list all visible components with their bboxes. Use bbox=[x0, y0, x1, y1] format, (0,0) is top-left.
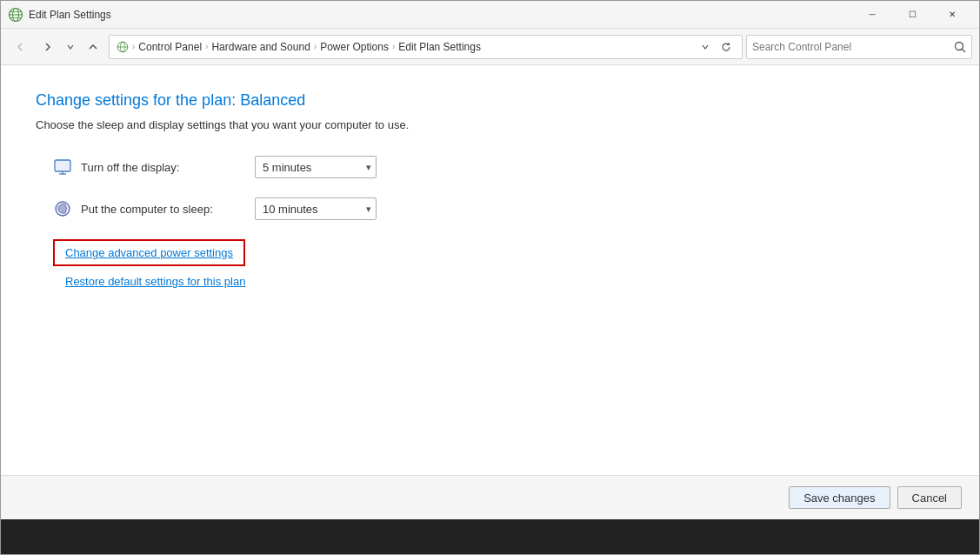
breadcrumb-dropdown-icon bbox=[702, 43, 709, 50]
back-button[interactable] bbox=[8, 35, 32, 59]
taskbar-bottom bbox=[1, 519, 979, 554]
breadcrumb-separator-1: › bbox=[205, 42, 208, 51]
forward-button[interactable] bbox=[36, 35, 60, 59]
breadcrumb-arrow-area bbox=[697, 38, 735, 56]
svg-point-8 bbox=[956, 42, 963, 50]
change-advanced-settings-link[interactable]: Change advanced power settings bbox=[53, 239, 245, 266]
sleep-dropdown[interactable]: 10 minutes 1 minute 2 minutes 3 minutes … bbox=[255, 197, 377, 220]
breadcrumb-dropdown-button[interactable] bbox=[697, 38, 714, 56]
title-bar: Edit Plan Settings ─ ☐ ✕ bbox=[1, 1, 979, 29]
breadcrumb-control-panel[interactable]: Control Panel bbox=[138, 41, 202, 53]
search-icon bbox=[954, 41, 966, 53]
window-title: Edit Plan Settings bbox=[29, 9, 111, 21]
footer: Save changes Cancel bbox=[1, 475, 979, 519]
sleep-label: Put the computer to sleep: bbox=[81, 203, 255, 216]
breadcrumb-separator-3: › bbox=[392, 42, 395, 51]
sleep-setting-row: Put the computer to sleep: 10 minutes 1 … bbox=[36, 197, 944, 220]
sleep-icon bbox=[53, 199, 72, 218]
breadcrumb-edit-plan: Edit Plan Settings bbox=[398, 41, 481, 53]
breadcrumb-globe-icon bbox=[117, 41, 129, 53]
display-label: Turn off the display: bbox=[81, 161, 255, 174]
refresh-button[interactable] bbox=[717, 38, 735, 56]
display-icon bbox=[53, 157, 72, 177]
monitor-icon bbox=[54, 159, 71, 175]
plan-subtitle: Choose the sleep and display settings th… bbox=[36, 118, 944, 131]
display-dropdown[interactable]: 5 minutes 1 minute 2 minutes 3 minutes 1… bbox=[255, 156, 377, 178]
search-bar bbox=[746, 35, 972, 59]
display-dropdown-wrapper: 5 minutes 1 minute 2 minutes 3 minutes 1… bbox=[255, 156, 377, 178]
up-icon bbox=[88, 42, 98, 52]
close-button[interactable]: ✕ bbox=[932, 1, 972, 29]
back-icon bbox=[16, 42, 24, 52]
minimize-button[interactable]: ─ bbox=[852, 1, 892, 29]
svg-rect-10 bbox=[55, 160, 70, 171]
search-button[interactable] bbox=[954, 41, 966, 53]
forward-icon bbox=[43, 42, 52, 52]
restore-defaults-link[interactable]: Restore default settings for this plan bbox=[53, 275, 944, 288]
cancel-button[interactable]: Cancel bbox=[897, 486, 962, 509]
moon-icon bbox=[54, 200, 71, 217]
sleep-dropdown-wrapper: 10 minutes 1 minute 2 minutes 3 minutes … bbox=[255, 197, 377, 220]
main-content: Change settings for the plan: Balanced C… bbox=[1, 65, 979, 475]
links-section: Change advanced power settings Restore d… bbox=[36, 239, 944, 288]
dropdown-recent-button[interactable] bbox=[63, 35, 77, 59]
window: Edit Plan Settings ─ ☐ ✕ bbox=[0, 0, 980, 555]
breadcrumb-separator-2: › bbox=[314, 42, 317, 51]
breadcrumb-separator-0: › bbox=[132, 42, 135, 51]
search-input[interactable] bbox=[752, 41, 950, 53]
breadcrumb-power-options[interactable]: Power Options bbox=[320, 41, 389, 53]
breadcrumb-bar: › Control Panel › Hardware and Sound › P… bbox=[109, 35, 743, 59]
display-setting-row: Turn off the display: 5 minutes 1 minute… bbox=[36, 156, 944, 178]
window-icon bbox=[8, 7, 23, 23]
save-changes-button[interactable]: Save changes bbox=[789, 486, 890, 509]
title-bar-left: Edit Plan Settings bbox=[8, 7, 111, 23]
svg-line-9 bbox=[963, 49, 966, 52]
up-button[interactable] bbox=[81, 35, 105, 59]
refresh-icon bbox=[721, 42, 731, 52]
breadcrumb-hardware-sound[interactable]: Hardware and Sound bbox=[211, 41, 310, 53]
window-controls: ─ ☐ ✕ bbox=[852, 1, 972, 29]
maximize-button[interactable]: ☐ bbox=[892, 1, 932, 29]
dropdown-icon bbox=[67, 43, 74, 50]
address-bar: › Control Panel › Hardware and Sound › P… bbox=[1, 29, 979, 65]
plan-title: Change settings for the plan: Balanced bbox=[36, 91, 944, 110]
content-area: Change settings for the plan: Balanced C… bbox=[1, 65, 979, 554]
